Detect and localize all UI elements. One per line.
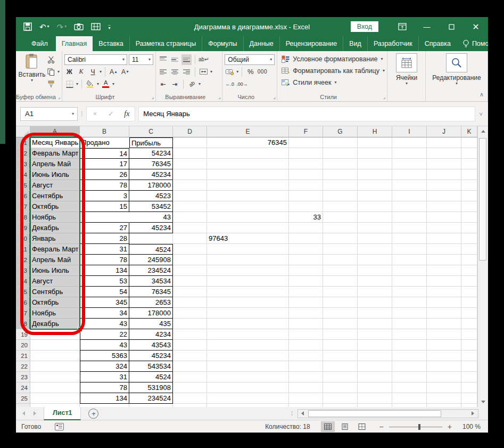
cell-A8[interactable]: Ноябрь — [30, 212, 80, 223]
cell-E10[interactable]: 97643 — [207, 233, 289, 244]
tab-split-handle[interactable]: ⁞ — [291, 410, 293, 417]
cell-E16[interactable] — [207, 297, 289, 308]
cell-H15[interactable] — [358, 287, 392, 297]
page-layout-view-icon[interactable] — [338, 421, 352, 432]
cell-F20[interactable] — [289, 340, 323, 351]
zoom-out-icon[interactable]: − — [379, 422, 384, 431]
font-color-button[interactable]: А — [101, 79, 111, 89]
cell-A4[interactable]: Июнь Июль — [30, 169, 80, 180]
cell-F10[interactable] — [289, 233, 323, 244]
cell-E24[interactable] — [207, 382, 289, 393]
cell-A18[interactable]: Декабрь — [30, 319, 80, 329]
cell-J20[interactable] — [427, 340, 461, 351]
cell-C10[interactable] — [129, 233, 173, 244]
align-right-icon[interactable] — [181, 67, 192, 77]
col-header-A[interactable]: A — [30, 126, 80, 137]
cell-H3[interactable] — [358, 159, 392, 169]
font-name-combo[interactable]: Calibri▾ — [64, 54, 127, 65]
cell-F19[interactable] — [289, 329, 323, 340]
cell-K21[interactable] — [461, 351, 477, 361]
cell-K8[interactable] — [461, 212, 477, 223]
cell-H19[interactable] — [358, 329, 392, 340]
ribbon-tab-review[interactable]: Рецензирование — [280, 36, 344, 51]
underline-button[interactable]: Ч — [88, 67, 98, 77]
cell-B5[interactable]: 78 — [80, 180, 129, 191]
cell-J2[interactable] — [427, 148, 461, 159]
cell-E19[interactable] — [207, 329, 289, 340]
cell-K18[interactable] — [461, 319, 477, 329]
vertical-scrollbar-thumb[interactable] — [479, 138, 486, 260]
cell-I11[interactable] — [392, 244, 427, 255]
cell-I9[interactable] — [392, 223, 427, 233]
cell-I22[interactable] — [392, 361, 427, 372]
cell-A3[interactable]: Апрель Май — [30, 159, 80, 169]
cell-J1[interactable] — [427, 137, 461, 148]
cell-C24[interactable]: 531908 — [129, 382, 173, 393]
row-header-12[interactable]: 12 — [16, 255, 30, 265]
cell-A19[interactable] — [30, 329, 80, 340]
cell-G7[interactable] — [323, 201, 358, 212]
row-header-18[interactable]: 18 — [16, 319, 30, 329]
cell-K25[interactable] — [461, 393, 477, 404]
cell-B23[interactable]: 31 — [80, 372, 129, 382]
scroll-down-icon[interactable] — [478, 397, 488, 407]
cell-G22[interactable] — [323, 361, 358, 372]
cell-I24[interactable] — [392, 382, 427, 393]
cell-I1[interactable] — [392, 137, 427, 148]
ribbon-tab-view[interactable]: Вид — [343, 36, 368, 51]
cell-A6[interactable]: Сентябрь — [30, 191, 80, 201]
cell-E18[interactable] — [207, 319, 289, 329]
zoom-slider[interactable] — [389, 427, 442, 427]
cell-styles-button[interactable]: Стили ячеек▾ — [282, 77, 385, 88]
cell-E13[interactable] — [207, 265, 289, 276]
increase-decimal-icon[interactable]: ←.0 — [225, 79, 235, 89]
cell-K7[interactable] — [461, 201, 477, 212]
cell-B13[interactable]: 134 — [80, 265, 129, 276]
cell-J5[interactable] — [427, 180, 461, 191]
cell-K19[interactable] — [461, 329, 477, 340]
cell-I6[interactable] — [392, 191, 427, 201]
cell-B10[interactable]: 28 — [80, 233, 129, 244]
cell-I10[interactable] — [392, 233, 427, 244]
cell-I18[interactable] — [392, 319, 427, 329]
cell-B11[interactable]: 31 — [80, 244, 129, 255]
cell-D11[interactable] — [173, 244, 207, 255]
cell-F12[interactable] — [289, 255, 323, 265]
cell-H18[interactable] — [358, 319, 392, 329]
cell-C1[interactable]: Прибыль — [129, 137, 173, 148]
align-left-icon[interactable] — [158, 67, 168, 77]
normal-view-icon[interactable] — [321, 421, 335, 432]
cell-H17[interactable] — [358, 308, 392, 319]
minimize-button[interactable]: — — [415, 17, 439, 36]
ribbon-tab-file[interactable]: Файл — [23, 36, 56, 51]
cell-A12[interactable]: Апрель Май — [30, 255, 80, 265]
cell-I5[interactable] — [392, 180, 427, 191]
cell-A13[interactable]: Июнь Июль — [30, 265, 80, 276]
scroll-right-icon[interactable] — [468, 410, 477, 418]
horizontal-scrollbar[interactable] — [298, 409, 478, 418]
formula-bar-splitter[interactable]: ⁞ — [81, 110, 83, 118]
name-box[interactable]: A1▾ — [20, 107, 78, 121]
cell-K11[interactable] — [461, 244, 477, 255]
cell-G1[interactable] — [323, 137, 358, 148]
cell-E20[interactable] — [207, 340, 289, 351]
align-bottom-icon[interactable] — [181, 54, 192, 65]
cell-A11[interactable]: Февраль Март — [30, 244, 80, 255]
row-header-26[interactable]: 26 — [16, 404, 30, 407]
format-painter-icon[interactable] — [46, 79, 56, 89]
save-icon[interactable] — [23, 22, 32, 31]
cell-I13[interactable] — [392, 265, 427, 276]
cell-D24[interactable] — [173, 382, 207, 393]
cell-G17[interactable] — [323, 308, 358, 319]
select-all-button[interactable] — [16, 126, 30, 137]
cell-E5[interactable] — [207, 180, 289, 191]
cell-I16[interactable] — [392, 297, 427, 308]
row-header-21[interactable]: 21 — [16, 351, 30, 361]
cell-E14[interactable] — [207, 276, 289, 287]
cell-D17[interactable] — [173, 308, 207, 319]
cell-K1[interactable] — [461, 137, 477, 148]
cell-C14[interactable]: 34534 — [129, 276, 173, 287]
cell-G25[interactable] — [323, 393, 358, 404]
ribbon-tab-developer[interactable]: Разработчик — [368, 36, 419, 51]
cell-F4[interactable] — [289, 169, 323, 180]
